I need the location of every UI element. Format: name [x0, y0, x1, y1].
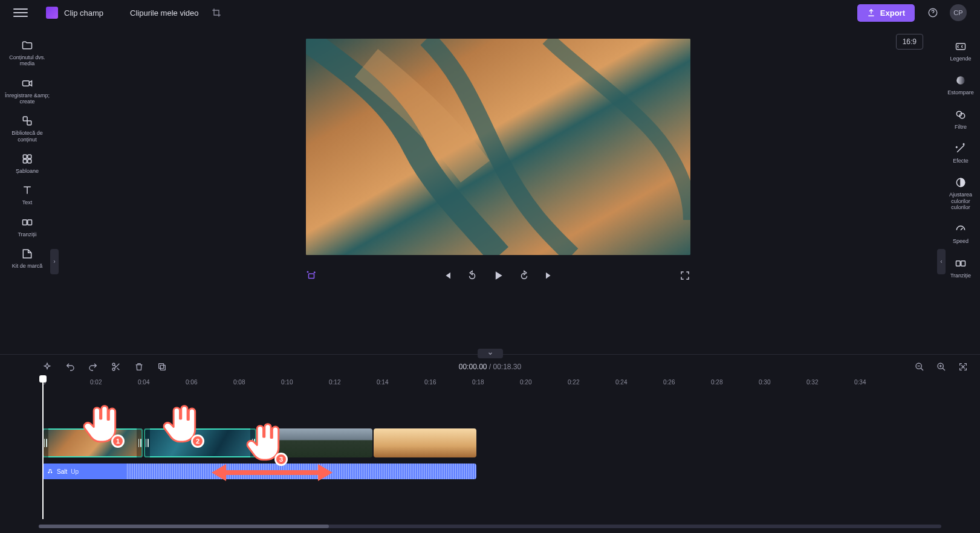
ruler-tick: 0:34	[854, 379, 902, 392]
sidebar-item-label: Tranziții	[18, 231, 36, 237]
sidebar-item-label: Text	[22, 199, 33, 205]
export-button[interactable]: Export	[857, 4, 915, 22]
video-clip[interactable]	[144, 428, 256, 457]
video-track[interactable]	[42, 428, 476, 457]
ruler-tick: 0:08	[233, 379, 281, 392]
playback-controls	[306, 270, 690, 282]
right-item-label: Efecte	[953, 158, 969, 164]
magic-icon[interactable]	[306, 270, 317, 281]
sidebar-item-label: Bibliotecă de conținut	[11, 130, 43, 143]
help-icon[interactable]	[924, 4, 941, 21]
duplicate-icon[interactable]	[157, 362, 167, 372]
contrast-icon	[955, 176, 967, 189]
app-logo	[46, 7, 58, 19]
timeline-panel: 00:00.00 / 00:18.30 00:020:040:060:080:1…	[0, 354, 980, 533]
playhead[interactable]	[42, 376, 44, 519]
redo-icon[interactable]	[88, 362, 98, 372]
total-duration: 00:18.30	[493, 363, 522, 371]
ruler-tick: 0:02	[90, 379, 138, 392]
forward-icon[interactable]	[519, 270, 530, 281]
crop-icon[interactable]	[212, 8, 221, 18]
ruler-tick: 0:28	[711, 379, 759, 392]
scissors-icon[interactable]	[111, 362, 121, 372]
sidebar-item-templates[interactable]: Șabloane	[2, 147, 53, 179]
right-panel-toggle[interactable]	[937, 249, 946, 274]
transition-icon	[21, 216, 33, 229]
right-item-captions[interactable]: Legende	[943, 34, 979, 68]
svg-rect-9	[28, 220, 32, 225]
app-name: Clip champ	[64, 8, 103, 18]
right-item-color[interactable]: Ajustarea culorilor culorilor	[943, 170, 979, 216]
sidebar-item-brandkit[interactable]: Kit de marcă	[2, 242, 53, 274]
ruler-tick: 0:04	[138, 379, 186, 392]
svg-rect-7	[28, 160, 31, 163]
ruler-tick: 0	[42, 379, 90, 392]
scrollbar-thumb[interactable]	[39, 525, 329, 528]
timeline-tracks[interactable]: Salt Up	[42, 392, 980, 533]
timeline-ruler[interactable]: 00:020:040:060:080:100:120:140:160:180:2…	[42, 379, 980, 392]
stack-icon	[21, 114, 33, 128]
project-title[interactable]: Clipurile mele video	[124, 6, 204, 20]
video-clip[interactable]	[374, 428, 476, 457]
ruler-tick: 0:30	[759, 379, 806, 392]
brand-icon	[21, 247, 33, 260]
right-item-fade[interactable]: Estompare	[943, 68, 979, 102]
camera-icon	[21, 77, 33, 90]
play-icon[interactable]	[492, 270, 504, 282]
right-item-effects[interactable]: Efecte	[943, 136, 979, 170]
fade-icon	[955, 74, 967, 87]
sidebar-item-text[interactable]: Text	[2, 179, 53, 210]
timeline-scrollbar[interactable]	[39, 525, 941, 531]
aspect-ratio-button[interactable]: 16:9	[896, 34, 923, 50]
clip-handle-right[interactable]	[250, 428, 256, 457]
grid-icon	[21, 152, 33, 166]
svg-rect-18	[961, 261, 965, 266]
video-clip[interactable]	[42, 428, 143, 457]
sidebar-item-label: Conținutul dvs. media	[3, 54, 51, 67]
right-item-label: Speed	[953, 238, 969, 244]
sidebar-item-media[interactable]: Conținutul dvs. media	[2, 34, 53, 72]
top-bar: Clip champ Clipurile mele video Export C…	[0, 0, 980, 25]
zoom-out-icon[interactable]	[915, 362, 924, 372]
clip-handle-right[interactable]	[137, 428, 143, 457]
svg-rect-2	[23, 117, 27, 121]
audio-track[interactable]: Salt Up	[42, 464, 476, 479]
right-item-speed[interactable]: Speed	[943, 216, 979, 250]
zoom-fit-icon[interactable]	[958, 362, 968, 372]
clip-handle-left[interactable]	[144, 428, 150, 457]
trash-icon[interactable]	[134, 362, 144, 372]
svg-rect-21	[159, 364, 164, 369]
ruler-tick: 0:06	[186, 379, 233, 392]
fullscreen-icon[interactable]	[680, 270, 690, 281]
sparkle-icon[interactable]	[42, 362, 52, 372]
ruler-tick: 0:22	[568, 379, 615, 392]
video-preview[interactable]	[306, 39, 690, 255]
svg-point-19	[112, 363, 115, 366]
right-item-label: Filtre	[955, 124, 967, 130]
sidebar-item-label: Șabloane	[16, 168, 39, 174]
skip-back-icon[interactable]	[441, 270, 452, 281]
video-clip[interactable]	[258, 428, 372, 457]
svg-rect-1	[23, 81, 30, 86]
timeline-toolbar: 00:00.00 / 00:18.30	[0, 355, 980, 379]
audio-clip[interactable]: Salt Up	[42, 464, 476, 479]
sidebar-item-library[interactable]: Bibliotecă de conținut	[2, 109, 53, 147]
rewind-icon[interactable]	[467, 270, 478, 281]
cc-icon	[955, 40, 967, 53]
zoom-in-icon[interactable]	[936, 362, 946, 372]
svg-rect-17	[956, 261, 961, 266]
avatar[interactable]: CP	[950, 4, 967, 21]
right-item-transition[interactable]: Tranziție	[943, 251, 979, 285]
right-sidebar: Legende Estompare Filtre Efecte Ajustare…	[941, 25, 980, 354]
skip-forward-icon[interactable]	[544, 270, 555, 281]
folder-icon	[21, 39, 33, 52]
svg-point-20	[112, 368, 115, 370]
right-item-filters[interactable]: Filtre	[943, 102, 979, 136]
left-sidebar: Conținutul dvs. media Înregistrare &amp;…	[0, 25, 54, 354]
menu-icon[interactable]	[13, 6, 28, 19]
undo-icon[interactable]	[65, 362, 75, 372]
sidebar-item-transitions[interactable]: Tranziții	[2, 211, 53, 242]
center-area: 16:9	[54, 25, 941, 354]
sidebar-item-record[interactable]: Înregistrare &amp; create	[2, 72, 53, 110]
ruler-tick: 0:32	[806, 379, 854, 392]
